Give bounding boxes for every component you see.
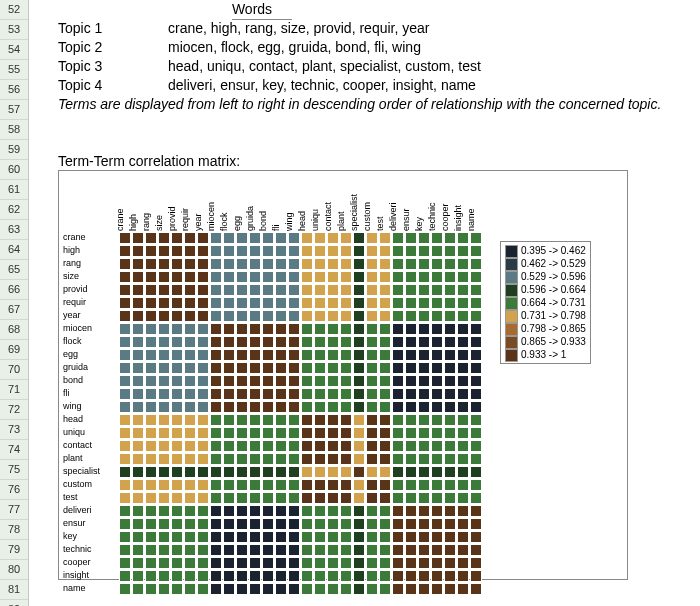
heatmap-cell — [431, 414, 443, 426]
x-tick: name — [466, 208, 476, 231]
heatmap-cell — [340, 544, 352, 556]
heatmap-cell — [353, 362, 365, 374]
heatmap-cell — [210, 466, 222, 478]
heatmap-cell — [405, 284, 417, 296]
heatmap-cell — [353, 479, 365, 491]
heatmap-cell — [236, 414, 248, 426]
heatmap-cell — [171, 518, 183, 530]
topics-table: Words Topic 1crane, high, rang, size, pr… — [58, 0, 700, 95]
heatmap-cell — [249, 388, 261, 400]
heatmap-cell — [184, 570, 196, 582]
heatmap-cell — [457, 232, 469, 244]
words-header: Words — [232, 0, 292, 20]
heatmap-cell — [210, 492, 222, 504]
row-number: 82 — [0, 600, 28, 606]
heatmap-cell — [327, 375, 339, 387]
heatmap-cell — [132, 336, 144, 348]
heatmap-cell — [353, 466, 365, 478]
y-tick: year — [63, 309, 100, 322]
heatmap-cell — [314, 544, 326, 556]
heatmap-cell — [210, 440, 222, 452]
heatmap-cell — [327, 336, 339, 348]
heatmap-cell — [301, 557, 313, 569]
heatmap-cell — [288, 453, 300, 465]
heatmap-cell — [431, 453, 443, 465]
heatmap-cell — [197, 388, 209, 400]
row-number: 73 — [0, 420, 28, 440]
heatmap-cell — [158, 401, 170, 413]
heatmap-cell — [210, 414, 222, 426]
heatmap-cell — [418, 518, 430, 530]
heatmap-cell — [145, 544, 157, 556]
y-tick: rang — [63, 257, 100, 270]
heatmap-cell — [210, 336, 222, 348]
heatmap-cell — [418, 492, 430, 504]
heatmap-cell — [145, 453, 157, 465]
heatmap-cell — [353, 349, 365, 361]
heatmap-cell — [262, 427, 274, 439]
heatmap-cell — [132, 297, 144, 309]
heatmap-cell — [457, 531, 469, 543]
heatmap-cell — [431, 440, 443, 452]
heatmap-cell — [197, 232, 209, 244]
heatmap-cell — [236, 323, 248, 335]
heatmap-cell — [262, 284, 274, 296]
heatmap-cell — [158, 271, 170, 283]
heatmap-cell — [236, 388, 248, 400]
row-number: 62 — [0, 200, 28, 220]
heatmap-cell — [457, 336, 469, 348]
heatmap-cell — [353, 427, 365, 439]
heatmap-row — [119, 387, 483, 400]
heatmap-cell — [145, 427, 157, 439]
heatmap-cell — [327, 492, 339, 504]
heatmap-cell — [262, 583, 274, 595]
heatmap-cell — [145, 362, 157, 374]
heatmap-cell — [249, 349, 261, 361]
x-tick: gruida — [245, 206, 255, 231]
heatmap-cell — [405, 505, 417, 517]
heatmap-cell — [184, 375, 196, 387]
heatmap-cell — [301, 583, 313, 595]
heatmap-cell — [340, 349, 352, 361]
heatmap-cell — [223, 349, 235, 361]
x-tick: technic — [427, 202, 437, 231]
row-number: 52 — [0, 0, 28, 20]
heatmap-cell — [444, 518, 456, 530]
heatmap-cell — [457, 518, 469, 530]
heatmap-cell — [379, 245, 391, 257]
heatmap-cell — [392, 466, 404, 478]
heatmap-cell — [262, 570, 274, 582]
heatmap-cell — [418, 401, 430, 413]
heatmap-cell — [197, 271, 209, 283]
heatmap-cell — [366, 310, 378, 322]
x-tick: egg — [232, 216, 242, 231]
heatmap-cell — [457, 466, 469, 478]
heatmap-cell — [405, 297, 417, 309]
legend-row: 0.731 -> 0.798 — [505, 309, 586, 322]
heatmap-cell — [444, 388, 456, 400]
heatmap-cell — [431, 583, 443, 595]
heatmap-cell — [145, 349, 157, 361]
heatmap-cell — [132, 362, 144, 374]
heatmap-cell — [444, 505, 456, 517]
heatmap-cell — [353, 323, 365, 335]
heatmap-cell — [444, 453, 456, 465]
row-number: 65 — [0, 260, 28, 280]
heatmap-cell — [353, 375, 365, 387]
heatmap-cell — [275, 557, 287, 569]
heatmap-cell — [171, 362, 183, 374]
heatmap-cell — [366, 258, 378, 270]
heatmap-cell — [314, 349, 326, 361]
heatmap-cell — [184, 544, 196, 556]
heatmap-cell — [223, 453, 235, 465]
heatmap-cell — [340, 245, 352, 257]
heatmap-cell — [223, 362, 235, 374]
heatmap-cell — [444, 310, 456, 322]
legend-label: 0.664 -> 0.731 — [521, 297, 586, 308]
heatmap-cell — [301, 362, 313, 374]
heatmap-cell — [197, 479, 209, 491]
x-tick: requir — [180, 208, 190, 231]
row-number: 64 — [0, 240, 28, 260]
heatmap-row — [119, 322, 483, 335]
heatmap-cell — [418, 388, 430, 400]
